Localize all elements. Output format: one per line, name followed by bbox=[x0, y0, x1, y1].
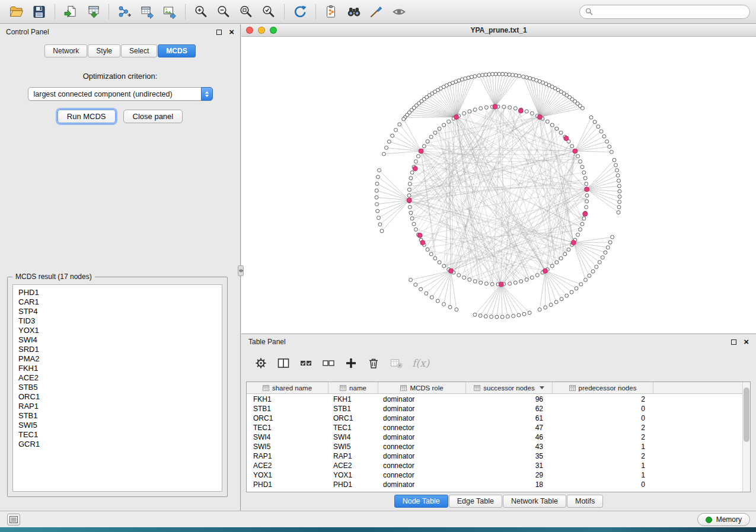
table-row[interactable]: STB1STB1dominator620 bbox=[247, 404, 742, 414]
zoom-selected-button[interactable] bbox=[258, 2, 279, 21]
network-node[interactable] bbox=[550, 264, 554, 268]
network-node[interactable] bbox=[375, 182, 379, 185]
save-session-button[interactable] bbox=[28, 2, 50, 21]
network-node[interactable] bbox=[391, 134, 394, 137]
network-node[interactable] bbox=[560, 297, 563, 301]
tab-style[interactable]: Style bbox=[88, 44, 120, 57]
network-node[interactable] bbox=[508, 282, 512, 286]
network-node[interactable] bbox=[614, 164, 618, 167]
network-node[interactable] bbox=[436, 299, 439, 303]
mcds-result-item[interactable]: STB1 bbox=[13, 411, 222, 421]
tab-select[interactable]: Select bbox=[121, 44, 157, 57]
mcds-result-item[interactable]: GCR1 bbox=[13, 440, 222, 449]
network-node[interactable] bbox=[398, 123, 401, 126]
network-node[interactable] bbox=[567, 248, 570, 251]
network-node[interactable] bbox=[468, 278, 471, 281]
network-node[interactable] bbox=[579, 160, 582, 164]
network-node[interactable] bbox=[484, 282, 488, 286]
network-node[interactable] bbox=[394, 128, 397, 132]
network-node[interactable] bbox=[473, 313, 477, 316]
network-node[interactable] bbox=[530, 276, 534, 280]
network-node[interactable] bbox=[495, 315, 499, 319]
network-node[interactable] bbox=[502, 105, 506, 108]
network-node[interactable] bbox=[570, 145, 574, 148]
network-node[interactable] bbox=[589, 116, 593, 119]
network-node[interactable] bbox=[517, 313, 521, 317]
network-node[interactable] bbox=[615, 168, 619, 172]
network-hub-node[interactable] bbox=[419, 149, 423, 153]
close-panel-icon[interactable]: × bbox=[229, 29, 234, 35]
network-hub-node[interactable] bbox=[499, 282, 503, 287]
network-node[interactable] bbox=[490, 283, 494, 286]
mcds-result-item[interactable]: TID3 bbox=[13, 316, 222, 326]
memory-button[interactable]: Memory bbox=[697, 513, 750, 526]
network-node[interactable] bbox=[382, 152, 385, 156]
network-hub-node[interactable] bbox=[573, 149, 578, 153]
network-hub-node[interactable] bbox=[449, 268, 454, 273]
criterion-select[interactable]: largest connected component (undirected) bbox=[28, 87, 213, 101]
network-node[interactable] bbox=[438, 261, 441, 264]
mcds-result-item[interactable]: STB5 bbox=[13, 383, 222, 392]
network-hub-node[interactable] bbox=[537, 115, 542, 120]
select-all-button[interactable] bbox=[299, 357, 312, 370]
network-node[interactable] bbox=[457, 274, 461, 277]
network-node[interactable] bbox=[610, 150, 613, 154]
column-header-successor-nodes[interactable]: successor nodes bbox=[466, 382, 553, 393]
mcds-result-item[interactable]: SRD1 bbox=[13, 345, 222, 354]
network-node[interactable] bbox=[473, 108, 477, 111]
network-node[interactable] bbox=[559, 131, 563, 134]
network-node[interactable] bbox=[584, 278, 588, 281]
table-row[interactable]: FKH1FKH1dominator962 bbox=[247, 395, 742, 404]
network-node[interactable] bbox=[585, 206, 588, 209]
network-node[interactable] bbox=[378, 223, 382, 226]
network-node[interactable] bbox=[546, 120, 549, 123]
network-node[interactable] bbox=[580, 222, 584, 226]
minimize-window-icon[interactable] bbox=[258, 27, 265, 34]
network-node[interactable] bbox=[559, 257, 563, 260]
network-node[interactable] bbox=[387, 140, 391, 143]
network-node[interactable] bbox=[426, 248, 429, 251]
network-node[interactable] bbox=[407, 188, 411, 191]
network-canvas-svg[interactable] bbox=[241, 37, 756, 334]
network-node[interactable] bbox=[375, 189, 378, 193]
network-node[interactable] bbox=[430, 296, 433, 299]
network-node[interactable] bbox=[588, 274, 591, 277]
network-node[interactable] bbox=[426, 140, 429, 143]
network-node[interactable] bbox=[462, 111, 466, 115]
network-node[interactable] bbox=[468, 110, 471, 113]
network-node[interactable] bbox=[530, 111, 534, 115]
network-node[interactable] bbox=[576, 233, 580, 236]
network-node[interactable] bbox=[409, 278, 413, 281]
network-node[interactable] bbox=[570, 290, 573, 294]
network-node[interactable] bbox=[508, 105, 512, 109]
network-node[interactable] bbox=[425, 291, 428, 295]
export-table-button[interactable] bbox=[136, 2, 158, 21]
network-node[interactable] bbox=[414, 283, 417, 287]
network-node[interactable] bbox=[410, 171, 414, 174]
column-header-name[interactable]: name bbox=[328, 382, 378, 393]
show-columns-button[interactable] bbox=[277, 357, 290, 370]
column-header-mcds-role[interactable]: MCDS role bbox=[378, 382, 466, 393]
network-node[interactable] bbox=[408, 206, 412, 209]
function-builder-button[interactable]: f(x) bbox=[412, 357, 429, 369]
table-row[interactable]: TEC1TEC1connector472 bbox=[247, 423, 742, 432]
mcds-result-item[interactable]: SWI4 bbox=[13, 335, 222, 345]
network-node[interactable] bbox=[442, 303, 446, 306]
share-clipboard-button[interactable] bbox=[321, 2, 342, 21]
open-session-button[interactable] bbox=[6, 2, 27, 21]
network-node[interactable] bbox=[477, 74, 481, 78]
network-node[interactable] bbox=[422, 145, 426, 148]
network-node[interactable] bbox=[617, 206, 621, 209]
refresh-layout-button[interactable] bbox=[289, 2, 311, 21]
network-node[interactable] bbox=[409, 211, 413, 214]
tab-node-table[interactable]: Node Table bbox=[394, 495, 448, 508]
network-node[interactable] bbox=[412, 222, 416, 226]
network-hub-node[interactable] bbox=[571, 241, 576, 245]
table-row[interactable]: ACE2ACE2connector311 bbox=[247, 461, 742, 470]
search-field[interactable] bbox=[579, 5, 750, 19]
export-network-button[interactable] bbox=[114, 2, 135, 21]
network-node[interactable] bbox=[618, 200, 621, 204]
network-node[interactable] bbox=[494, 72, 497, 76]
zoom-out-button[interactable] bbox=[213, 2, 234, 21]
network-hub-node[interactable] bbox=[493, 104, 497, 109]
